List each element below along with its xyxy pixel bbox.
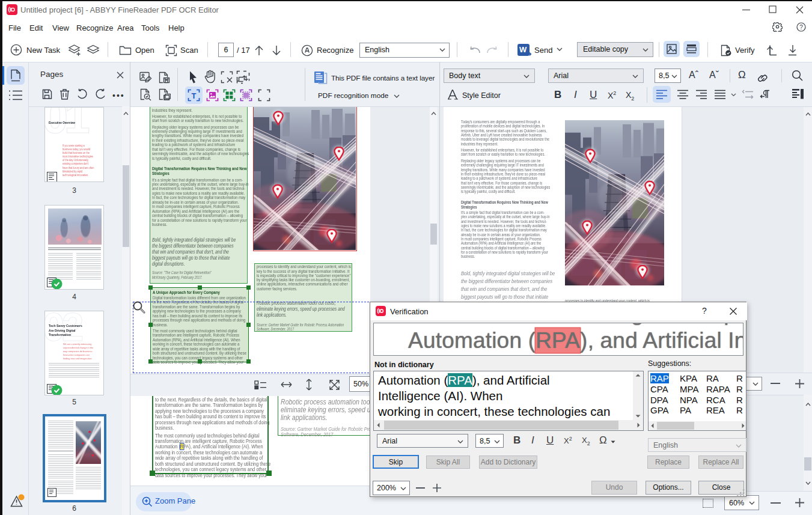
svg-text:T: T bbox=[192, 91, 197, 100]
svg-text:?: ? bbox=[799, 24, 803, 31]
